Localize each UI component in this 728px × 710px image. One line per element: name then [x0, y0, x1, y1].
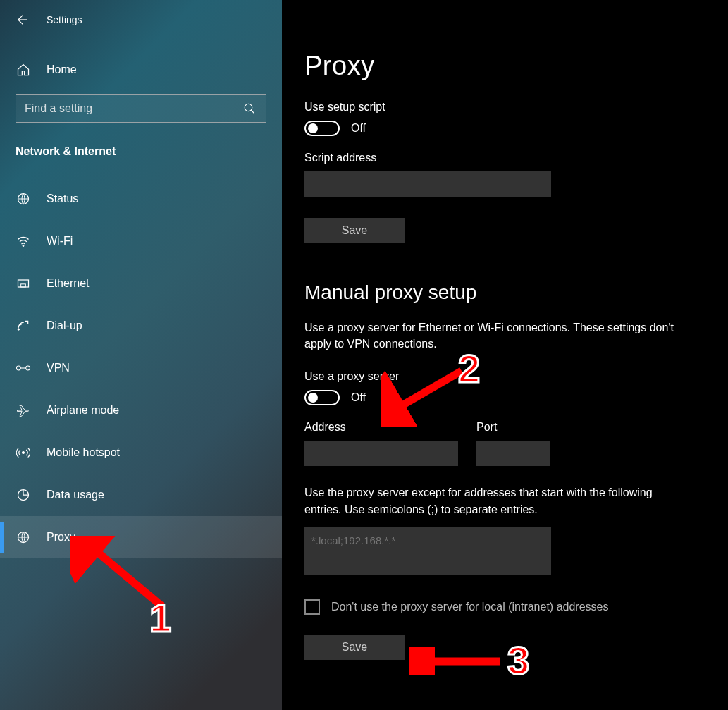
- svg-rect-3: [18, 280, 29, 287]
- setup-script-label: Use setup script: [304, 101, 700, 114]
- nav-label: Status: [47, 192, 78, 205]
- nav-label: Proxy: [47, 531, 75, 544]
- manual-proxy-desc: Use a proxy server for Ethernet or Wi-Fi…: [304, 319, 685, 352]
- use-proxy-state: Off: [351, 391, 366, 404]
- script-address-label: Script address: [304, 152, 700, 164]
- home-nav[interactable]: Home: [0, 51, 282, 89]
- category-heading: Network & Internet: [0, 126, 282, 165]
- wifi-icon: [16, 233, 31, 249]
- search-input[interactable]: [25, 102, 242, 115]
- manual-proxy-heading: Manual proxy setup: [304, 281, 700, 304]
- ethernet-icon: [16, 276, 31, 291]
- dialup-icon: [16, 318, 31, 333]
- local-bypass-label: Don't use the proxy server for local (in…: [331, 601, 608, 613]
- search-icon: [242, 101, 257, 116]
- address-label: Address: [304, 421, 458, 434]
- use-proxy-label: Use a proxy server: [304, 370, 700, 383]
- arrow-left-icon: [14, 13, 28, 27]
- setup-script-toggle[interactable]: [304, 121, 340, 136]
- address-input[interactable]: [304, 441, 458, 466]
- setup-script-state: Off: [351, 122, 366, 135]
- nav-label: Dial-up: [47, 319, 82, 332]
- nav-label: Data usage: [47, 489, 104, 501]
- datausage-icon: [16, 487, 31, 503]
- main-pane: Proxy Use setup script Off Script addres…: [282, 0, 728, 710]
- proxy-icon: [16, 530, 31, 545]
- local-bypass-checkbox[interactable]: [304, 599, 320, 615]
- nav-item-hotspot[interactable]: Mobile hotspot: [0, 431, 282, 474]
- nav-item-airplane[interactable]: Airplane mode: [0, 389, 282, 431]
- svg-point-5: [18, 329, 20, 331]
- home-label: Home: [47, 63, 77, 76]
- back-button[interactable]: [14, 13, 28, 27]
- airplane-icon: [16, 403, 31, 418]
- svg-point-6: [16, 366, 20, 370]
- nav-label: VPN: [47, 362, 70, 374]
- nav-label: Mobile hotspot: [47, 446, 120, 459]
- save-proxy-button[interactable]: Save: [304, 635, 405, 660]
- nav-item-wifi[interactable]: Wi-Fi: [0, 220, 282, 262]
- svg-point-7: [26, 366, 30, 370]
- nav-item-status[interactable]: Status: [0, 178, 282, 220]
- titlebar: Settings: [0, 4, 282, 35]
- save-script-button[interactable]: Save: [304, 218, 405, 243]
- svg-point-2: [23, 245, 24, 247]
- home-icon: [16, 62, 31, 78]
- nav-list: Status Wi-Fi Ethernet Dial-up: [0, 178, 282, 558]
- nav-label: Wi-Fi: [47, 235, 73, 247]
- sidebar: Settings Home Network & Internet Stat: [0, 0, 282, 710]
- port-label: Port: [476, 421, 550, 434]
- nav-item-ethernet[interactable]: Ethernet: [0, 262, 282, 305]
- nav-label: Airplane mode: [47, 404, 119, 417]
- exceptions-input[interactable]: [304, 527, 551, 575]
- page-title: Proxy: [304, 51, 700, 81]
- svg-point-0: [245, 104, 252, 111]
- globe-icon: [16, 191, 31, 207]
- vpn-icon: [16, 360, 31, 376]
- exceptions-label: Use the proxy server except for addresse…: [304, 484, 685, 517]
- port-input[interactable]: [476, 441, 550, 466]
- search-box[interactable]: [16, 94, 266, 123]
- nav-item-dialup[interactable]: Dial-up: [0, 305, 282, 347]
- nav-label: Ethernet: [47, 277, 89, 290]
- use-proxy-toggle[interactable]: [304, 390, 340, 405]
- svg-point-8: [22, 451, 24, 453]
- nav-item-vpn[interactable]: VPN: [0, 347, 282, 389]
- nav-item-proxy[interactable]: Proxy: [0, 516, 282, 558]
- hotspot-icon: [16, 445, 31, 460]
- nav-item-datausage[interactable]: Data usage: [0, 474, 282, 516]
- script-address-input[interactable]: [304, 171, 551, 197]
- window-title: Settings: [47, 14, 82, 25]
